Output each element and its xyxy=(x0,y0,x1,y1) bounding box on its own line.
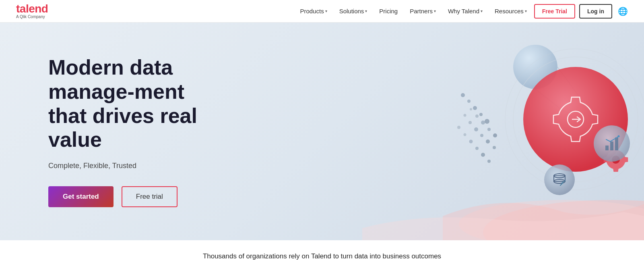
svg-point-14 xyxy=(474,127,478,131)
svg-point-4 xyxy=(473,106,477,110)
chevron-down-icon: ▾ xyxy=(365,9,367,13)
svg-point-7 xyxy=(470,108,472,110)
svg-rect-37 xyxy=(605,146,609,150)
chevron-down-icon: ▾ xyxy=(434,9,436,13)
nav-label-pricing: Pricing xyxy=(379,8,398,15)
svg-point-6 xyxy=(485,119,489,124)
login-button[interactable]: Log in xyxy=(579,4,612,19)
footer-bar: Thousands of organizations rely on Talen… xyxy=(0,240,644,260)
free-trial-hero-button[interactable]: Free trial xyxy=(122,186,178,207)
nav-item-resources[interactable]: Resources ▾ xyxy=(490,4,532,18)
free-trial-button[interactable]: Free Trial xyxy=(534,4,575,19)
svg-point-16 xyxy=(486,139,490,144)
svg-point-3 xyxy=(467,100,471,103)
nav-item-solutions[interactable]: Solutions ▾ xyxy=(334,4,372,18)
nav-label-products: Products xyxy=(300,8,324,15)
svg-point-20 xyxy=(469,140,473,144)
svg-point-10 xyxy=(487,128,491,131)
globe-icon[interactable]: 🌐 xyxy=(618,6,628,16)
nav-item-why-talend[interactable]: Why Talend ▾ xyxy=(443,4,487,18)
hero-section: Modern data manage-ment that drives real… xyxy=(0,23,644,240)
svg-point-12 xyxy=(464,114,466,117)
nav-label-solutions: Solutions xyxy=(339,8,364,15)
hero-title: Modern data manage-ment that drives real… xyxy=(48,56,217,152)
svg-point-11 xyxy=(493,133,497,137)
logo: talend A Qlik Company xyxy=(16,3,48,19)
hero-content: Modern data manage-ment that drives real… xyxy=(0,23,250,239)
svg-point-23 xyxy=(487,160,491,163)
nav-label-resources: Resources xyxy=(495,8,524,15)
svg-point-5 xyxy=(479,113,483,116)
navbar: talend A Qlik Company Products ▾ Solutio… xyxy=(0,0,644,23)
chevron-down-icon: ▾ xyxy=(325,9,327,13)
svg-rect-38 xyxy=(610,141,613,150)
svg-point-8 xyxy=(475,114,479,118)
hero-subtitle: Complete, Flexible, Trusted xyxy=(48,162,217,170)
illustration-svg xyxy=(362,23,644,240)
footer-text: Thousands of organizations rely on Talen… xyxy=(203,252,441,260)
logo-brand: talend xyxy=(16,3,48,15)
hero-illustration xyxy=(362,23,644,240)
nav-item-pricing[interactable]: Pricing xyxy=(374,4,402,18)
nav-label-why-talend: Why Talend xyxy=(448,8,479,15)
svg-point-21 xyxy=(475,147,479,150)
nav-item-partners[interactable]: Partners ▾ xyxy=(405,4,441,18)
svg-point-22 xyxy=(481,153,485,157)
svg-point-32 xyxy=(544,164,575,195)
svg-point-2 xyxy=(461,93,465,97)
svg-point-17 xyxy=(493,146,496,149)
get-started-button[interactable]: Get started xyxy=(48,186,114,207)
svg-point-9 xyxy=(481,121,485,125)
svg-point-40 xyxy=(618,135,620,137)
chevron-down-icon: ▾ xyxy=(481,9,483,13)
svg-point-19 xyxy=(464,133,466,136)
chevron-down-icon: ▾ xyxy=(525,9,527,13)
svg-point-18 xyxy=(457,126,460,129)
hero-buttons: Get started Free trial xyxy=(48,186,217,207)
nav-links: Products ▾ Solutions ▾ Pricing Partners … xyxy=(295,4,628,19)
svg-point-13 xyxy=(469,121,472,124)
nav-label-partners: Partners xyxy=(410,8,433,15)
nav-item-products[interactable]: Products ▾ xyxy=(295,4,332,18)
logo-sub: A Qlik Company xyxy=(16,15,48,19)
svg-rect-39 xyxy=(615,137,618,150)
svg-point-15 xyxy=(480,134,483,137)
